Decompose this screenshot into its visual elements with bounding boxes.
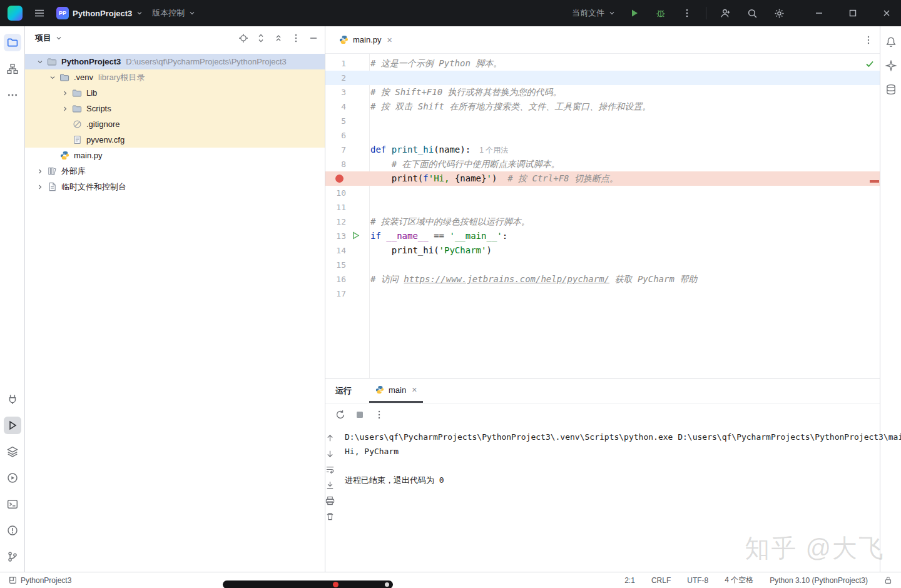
run-panel-title[interactable]: 运行 (335, 385, 352, 397)
chevron-right-icon[interactable] (59, 105, 71, 113)
code-line-11[interactable]: 11 (325, 200, 880, 215)
chevron-down-icon[interactable] (55, 34, 63, 42)
rerun-icon[interactable] (335, 410, 345, 420)
editor-gutter[interactable]: 5 (325, 114, 369, 128)
status-item[interactable]: CRLF (651, 576, 671, 585)
editor-gutter[interactable]: 7 (325, 143, 369, 157)
services-icon[interactable] (4, 469, 21, 487)
chevron-right-icon[interactable] (59, 89, 71, 97)
inspection-ok-icon[interactable] (865, 59, 875, 69)
python-console-icon[interactable] (4, 390, 21, 408)
close-tab-icon[interactable]: × (387, 35, 392, 45)
editor-gutter[interactable] (325, 171, 369, 186)
chevron-down-icon[interactable] (46, 74, 59, 81)
editor-gutter[interactable]: 3 (325, 85, 369, 99)
code-line-1[interactable]: 1# 这是一个示例 Python 脚本。 (325, 56, 880, 71)
editor-gutter[interactable]: 11 (325, 200, 369, 215)
editor-gutter[interactable]: 2 (325, 71, 369, 85)
search-icon[interactable] (745, 6, 760, 21)
code-line-10[interactable]: 10 (325, 186, 880, 200)
main-menu-icon[interactable] (31, 5, 48, 21)
code-line-15[interactable]: 15 (325, 258, 880, 272)
print-icon[interactable] (325, 496, 335, 505)
notifications-bell-icon[interactable] (885, 36, 897, 48)
tree-item-pyvenv.cfg[interactable]: pyvenv.cfg (25, 132, 325, 148)
status-item[interactable]: 4 个空格 (725, 575, 753, 585)
clear-console-icon[interactable] (325, 512, 335, 521)
code-line-9[interactable]: print(f'Hi, {name}') # 按 Ctrl+F8 切换断点。 (325, 171, 880, 186)
editor-gutter[interactable]: 6 (325, 128, 369, 143)
hide-panel-icon[interactable] (308, 33, 318, 43)
status-item[interactable]: UTF-8 (687, 576, 708, 585)
soft-wrap-icon[interactable] (325, 465, 335, 474)
more-actions-icon[interactable] (680, 6, 695, 21)
code-line-16[interactable]: 16# 访问 https://www.jetbrains.com/help/py… (325, 272, 880, 286)
code-line-6[interactable]: 6 (325, 128, 880, 143)
editor-gutter[interactable]: 14 (325, 243, 369, 258)
editor-gutter[interactable]: 10 (325, 186, 369, 200)
editor-tab-main-py[interactable]: main.py × (335, 26, 396, 53)
tree-item-PythonProject3[interactable]: PythonProject3D:\users\qf\PycharmProject… (25, 54, 325, 69)
expand-collapse-icon[interactable] (256, 33, 266, 43)
collapse-all-icon[interactable] (273, 33, 283, 43)
project-tool-icon[interactable] (4, 34, 21, 51)
code-line-13[interactable]: 13if __name__ == '__main__': (325, 229, 880, 243)
down-stack-icon[interactable] (325, 449, 335, 459)
settings-gear-icon[interactable] (771, 6, 787, 21)
close-icon[interactable] (880, 6, 893, 20)
tree-item-main.py[interactable]: main.py (25, 148, 325, 163)
terminal-icon[interactable] (4, 495, 21, 513)
minimize-icon[interactable] (812, 6, 826, 20)
lock-icon[interactable] (884, 576, 892, 584)
scroll-to-end-icon[interactable] (325, 480, 335, 490)
ai-assistant-icon[interactable] (885, 60, 897, 71)
debug-icon[interactable] (653, 6, 668, 21)
run-options-icon[interactable] (374, 410, 384, 420)
structure-tool-icon[interactable] (4, 60, 21, 78)
code-line-17[interactable]: 17 (325, 286, 880, 301)
status-item[interactable]: 2:1 (624, 576, 635, 585)
run-icon[interactable] (627, 6, 642, 21)
tree-item-.venv[interactable]: .venvlibrary根目录 (25, 69, 325, 85)
chevron-right-icon[interactable] (34, 183, 46, 191)
code-line-5[interactable]: 5 (325, 114, 880, 128)
chevron-down-icon[interactable] (34, 58, 46, 66)
project-panel-title[interactable]: 项目 (35, 33, 51, 44)
editor-gutter[interactable]: 17 (325, 286, 369, 301)
run-line-icon[interactable] (352, 231, 360, 240)
tree-item-.gitignore[interactable]: .gitignore (25, 116, 325, 132)
editor-gutter[interactable]: 8 (325, 157, 369, 171)
code-line-12[interactable]: 12# 按装订区域中的绿色按钮以运行脚本。 (325, 215, 880, 229)
code-editor[interactable]: 1# 这是一个示例 Python 脚本。23# 按 Shift+F10 执行或将… (325, 54, 880, 378)
tab-options-icon[interactable] (863, 35, 873, 45)
git-branch-icon[interactable] (4, 548, 21, 565)
breakpoint-icon[interactable] (335, 175, 344, 183)
run-config-selector[interactable]: 当前文件 (572, 8, 616, 19)
editor-gutter[interactable]: 15 (325, 258, 369, 272)
tree-item-Scripts[interactable]: Scripts (25, 101, 325, 116)
code-line-3[interactable]: 3# 按 Shift+F10 执行或将其替换为您的代码。 (325, 85, 880, 99)
run-tool-icon[interactable] (4, 417, 21, 434)
editor-gutter[interactable]: 16 (325, 272, 369, 286)
code-line-4[interactable]: 4# 按 双击 Shift 在所有地方搜索类、文件、工具窗口、操作和设置。 (325, 99, 880, 114)
stop-icon[interactable] (355, 410, 364, 419)
more-tools-icon[interactable] (4, 86, 21, 104)
python-packages-icon[interactable] (4, 443, 21, 460)
tree-item--[interactable]: 临时文件和控制台 (25, 179, 325, 195)
locate-file-icon[interactable] (238, 33, 248, 43)
close-tab-icon[interactable]: × (412, 385, 417, 395)
statusbar-project[interactable]: PythonProject3 (9, 576, 71, 585)
maximize-icon[interactable] (846, 6, 860, 20)
up-stack-icon[interactable] (325, 433, 335, 443)
console-output[interactable]: D:\users\qf\PycharmProjects\PythonProjec… (335, 426, 901, 572)
editor-gutter[interactable]: 1 (325, 56, 369, 71)
vcs-widget[interactable]: 版本控制 (152, 8, 196, 19)
editor-gutter[interactable]: 13 (325, 229, 369, 243)
code-line-14[interactable]: 14 print_hi('PyCharm') (325, 243, 880, 258)
problems-icon[interactable] (4, 522, 21, 539)
code-line-7[interactable]: 7def print_hi(name):1 个用法 (325, 143, 880, 157)
tree-item-Lib[interactable]: Lib (25, 85, 325, 101)
panel-options-icon[interactable] (291, 33, 301, 43)
run-tab-main[interactable]: main × (369, 378, 423, 403)
editor-gutter[interactable]: 4 (325, 99, 369, 114)
